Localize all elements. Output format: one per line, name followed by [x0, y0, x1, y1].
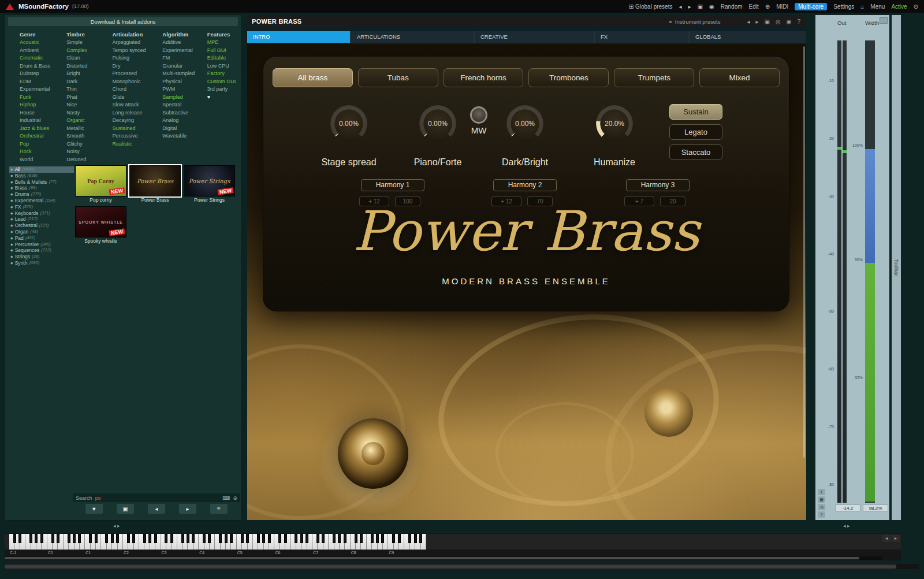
black-key[interactable] [338, 534, 341, 543]
favorites-filter-icon[interactable]: ♥ [207, 94, 239, 102]
keyboard-scrollbar[interactable] [5, 556, 882, 560]
topbar-compare[interactable]: ◉ [709, 3, 714, 10]
window-scrollbar[interactable] [5, 564, 919, 569]
filter-item-realistic[interactable]: Realistic [112, 140, 161, 149]
filter-item-orchestral[interactable]: Orchestral [20, 132, 65, 140]
black-key[interactable] [398, 534, 401, 543]
section-trumpets[interactable]: Trumpets [614, 68, 694, 87]
eye-icon[interactable]: ◉ [787, 18, 792, 25]
black-key[interactable] [316, 534, 319, 543]
black-key[interactable] [154, 534, 157, 543]
black-key[interactable] [371, 534, 374, 543]
filter-item-bright[interactable]: Bright [66, 70, 110, 78]
meter-help-button[interactable]: ? [818, 511, 825, 518]
browser-artwork-button[interactable]: ▣ [117, 504, 134, 514]
topbar-menu[interactable]: Menu [870, 3, 885, 10]
black-key[interactable] [187, 534, 189, 543]
topbar-settings[interactable]: Settings [833, 3, 854, 10]
tree-item-all[interactable]: ◆All(4449) [9, 166, 74, 173]
section-trombones[interactable]: Trombones [528, 68, 609, 87]
filter-item-distorted[interactable]: Distorted [66, 62, 110, 70]
black-key[interactable] [208, 534, 211, 543]
filter-item-fm[interactable]: FM [162, 54, 205, 62]
filter-item-detuned[interactable]: Detuned [66, 156, 110, 164]
meter-options-button[interactable] [880, 17, 888, 24]
filter-item-spectral[interactable]: Spectral [162, 101, 205, 109]
tab-creative[interactable]: CREATIVE [475, 31, 594, 43]
topbar-add[interactable]: ⊕ [765, 3, 770, 10]
black-key[interactable] [219, 534, 222, 543]
melda-logo-icon[interactable] [6, 3, 14, 10]
topbar-multi-core[interactable]: Multi-core [795, 3, 827, 10]
filter-item-experimental[interactable]: Experimental [162, 47, 205, 55]
black-key[interactable] [143, 534, 146, 543]
filter-item-glitchy[interactable]: Glitchy [66, 140, 110, 149]
filter-item-custom-gui[interactable]: Custom GUI [207, 78, 239, 86]
addon-pop-corny[interactable]: Pop CornyNEWPop corny [75, 165, 126, 203]
black-key[interactable] [360, 534, 363, 543]
filter-item-glide[interactable]: Glide [112, 94, 161, 102]
content-scrollbar[interactable] [803, 46, 805, 458]
tree-item-organ[interactable]: ◆Organ(48) [9, 229, 74, 235]
meter-freeze-button[interactable]: ▦ [818, 496, 825, 503]
filter-item-decaying[interactable]: Decaying [112, 117, 161, 125]
topbar-snapshot[interactable]: ▣ [698, 3, 703, 10]
black-key[interactable] [278, 534, 281, 543]
filter-item-dubstep[interactable]: Dubstep [20, 70, 65, 78]
section-all-brass[interactable]: All brass [273, 68, 353, 87]
tree-item-pad[interactable]: ◆Pad(451) [9, 235, 74, 242]
black-key[interactable] [300, 534, 303, 543]
filter-item-clean[interactable]: Clean [66, 54, 110, 62]
tree-item-strings[interactable]: ◆Strings(38) [9, 254, 74, 260]
filter-item-world[interactable]: World [20, 156, 65, 164]
black-key[interactable] [148, 534, 151, 543]
filter-item-full-gui[interactable]: Full GUI [207, 47, 239, 55]
black-key[interactable] [408, 534, 411, 543]
filter-item-organic[interactable]: Organic [66, 117, 110, 125]
filter-item-metallic[interactable]: Metallic [66, 125, 110, 133]
black-key[interactable] [284, 534, 287, 543]
black-key[interactable] [132, 534, 135, 543]
filter-item-drum-bass[interactable]: Drum & Bass [20, 62, 65, 70]
knob-dark-bright[interactable]: 0.00% [506, 105, 543, 142]
black-key[interactable] [18, 534, 21, 543]
black-key[interactable] [305, 534, 308, 543]
tree-item-percussive[interactable]: ◆Percussive(340) [9, 242, 74, 248]
tree-item-brass[interactable]: ◆Brass(99) [9, 185, 74, 191]
mod-wheel-knob[interactable]: MW [470, 106, 487, 135]
harmony-1-button[interactable]: Harmony 1 [361, 179, 424, 191]
tree-item-orchestral[interactable]: ◆Orchestral(115) [9, 222, 74, 229]
filter-item-jazz-blues[interactable]: Jazz & blues [20, 125, 65, 133]
meter-pause-button[interactable]: ‖ [818, 489, 825, 495]
black-key[interactable] [295, 534, 297, 543]
black-key[interactable] [165, 534, 167, 543]
filter-item-nice[interactable]: Nice [66, 101, 110, 109]
section-mixed[interactable]: Mixed [699, 68, 780, 87]
knob-stage-spread[interactable]: 0.00% [330, 105, 367, 142]
black-key[interactable] [262, 534, 265, 543]
tree-item-fx[interactable]: ◆FX(876) [9, 204, 74, 210]
filter-item-editable[interactable]: Editable [207, 54, 239, 62]
filter-item-industrial[interactable]: Industrial [20, 117, 65, 125]
black-key[interactable] [89, 534, 92, 543]
black-key[interactable] [51, 534, 54, 543]
black-key[interactable] [105, 534, 108, 543]
black-key[interactable] [376, 534, 379, 543]
filter-item-cinematic[interactable]: Cinematic [20, 54, 65, 62]
filter-item-mpe[interactable]: MPE [207, 39, 239, 47]
black-key[interactable] [381, 534, 384, 543]
download-addons-button[interactable]: Download & Install addons [8, 17, 238, 26]
browser-pager[interactable]: ◂ ▸ [113, 523, 120, 529]
clear-search-icon[interactable]: ⊝ [233, 495, 237, 501]
black-key[interactable] [57, 534, 59, 543]
filter-item-house[interactable]: House [20, 109, 65, 117]
tab-fx[interactable]: FX [595, 31, 688, 43]
tree-item-experimental[interactable]: ◆Experimental(194) [9, 198, 74, 204]
black-key[interactable] [192, 534, 195, 543]
filter-item-pulsing[interactable]: Pulsing [112, 54, 161, 62]
content-pager[interactable]: ◂ ▸ [843, 523, 850, 529]
topbar-power[interactable]: ⊙ [914, 3, 918, 10]
black-key[interactable] [414, 534, 417, 543]
topbar-random[interactable]: Random [721, 3, 743, 10]
black-key[interactable] [344, 534, 346, 543]
